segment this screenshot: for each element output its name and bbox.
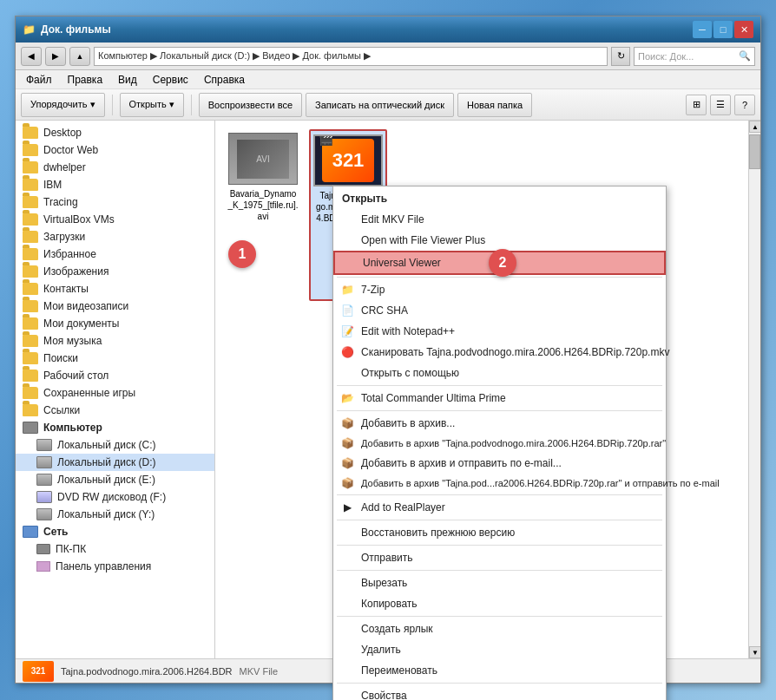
ctx-label-scan: Сканировать Tajna.podvodnogo.mira.2006.H… [361,346,669,358]
ctx-item-add-archive-named[interactable]: 📦 Добавить в архив "Tajna.podvodnogo.mir… [333,434,666,453]
ctx-item-crcsha[interactable]: 📄 CRC SHA [333,300,666,321]
sidebar-item-drive-f[interactable]: DVD RW дисковод (F:) [16,488,214,506]
sidebar-item-drive-y[interactable]: Локальный диск (Y:) [16,506,214,523]
sidebar-item-searches[interactable]: Поиски [16,350,214,367]
new-folder-button[interactable]: Новая папка [457,93,532,117]
ctx-item-open[interactable]: Открыть [333,188,666,209]
sidebar-item-drive-e[interactable]: Локальный диск (E:) [16,471,214,488]
ctx-item-scan[interactable]: 🔴 Сканировать Tajna.podvodnogo.mira.2006… [333,342,666,363]
ctx-item-add-archive-named-email[interactable]: 📦 Добавить в архив "Tajna.pod...ra2006.H… [333,474,666,493]
sidebar-item-downloads[interactable]: Загрузки [16,228,214,245]
menu-service[interactable]: Сервис [146,72,195,88]
ctx-label-universal-viewer: Universal Viewer [363,257,441,269]
scroll-thumb[interactable] [749,134,760,169]
computer-icon [36,544,50,554]
help-button[interactable]: ? [734,95,755,115]
sidebar-item-tracing[interactable]: Tracing [16,193,214,211]
sidebar-item-network[interactable]: Сеть [16,523,214,540]
ctx-item-open-fileviewer[interactable]: Open with File Viewer Plus [333,230,666,251]
toolbar-sep-1 [112,95,113,115]
view-toggle-button[interactable]: ⊞ [686,95,707,115]
menu-help[interactable]: Справка [197,72,252,88]
ctx-item-create-shortcut[interactable]: Создать ярлык [333,618,666,639]
maximize-button[interactable]: □ [714,21,733,38]
sidebar-item-dwhelper[interactable]: dwhelper [16,159,214,176]
file-item-bavaria[interactable]: AVI Bavaria_Dynamo_K_1975_[tfile.ru].avi [224,129,302,301]
new-folder-label: Новая папка [467,100,523,110]
sidebar-item-images[interactable]: Изображения [16,263,214,280]
sidebar-item-doctorweb[interactable]: Doctor Web [16,141,214,159]
address-input[interactable]: Компьютер ▶ Локальный диск (D:) ▶ Видео … [94,47,608,66]
menu-edit[interactable]: Правка [61,72,110,88]
sidebar-item-desktop[interactable]: Desktop [16,124,214,141]
ctx-item-7zip[interactable]: 📁 7-Zip [333,279,666,300]
back-button[interactable]: ◀ [21,47,42,66]
status-filename: Tajna.podvodnogo.mira.2006.H264.BDR [61,666,233,677]
ctx-icon-archive1: 📦 [340,416,354,430]
ctx-item-properties[interactable]: Свойства [333,685,666,700]
ctx-sep-1 [337,277,662,278]
close-button[interactable]: ✕ [734,21,753,38]
ctx-item-send[interactable]: Отправить [333,547,666,568]
sidebar-item-mydocs[interactable]: Мои документы [16,315,214,332]
refresh-button[interactable]: ↻ [611,47,630,66]
sidebar-item-mymusic[interactable]: Моя музыка [16,332,214,350]
ctx-item-copy[interactable]: Копировать [333,593,666,614]
status-filetype: MKV File [240,666,279,677]
up-button[interactable]: ▲ [69,47,90,66]
ctx-label-properties: Свойства [361,690,407,700]
sidebar-item-pc-pc[interactable]: ПК-ПК [16,540,214,558]
burn-button[interactable]: Записать на оптический диск [306,93,454,117]
sidebar-item-virtualbox[interactable]: VirtualBox VMs [16,211,214,228]
sidebar-item-savedgames[interactable]: Сохраненные игры [16,384,214,402]
forward-button[interactable]: ▶ [45,47,66,66]
sidebar-item-control-panel[interactable]: Панель управления [16,558,214,575]
sidebar-item-drive-d[interactable]: Локальный диск (D:) [16,454,214,471]
scroll-up-arrow[interactable]: ▲ [749,121,760,133]
sidebar-item-desktop2[interactable]: Рабочий стол [16,367,214,384]
mkv-321-icon: 321 [322,139,374,182]
open-button[interactable]: Открыть ▾ [120,93,184,117]
ctx-item-total-commander[interactable]: 📂 Total Commander Ultima Prime [333,388,666,409]
ctx-sep-5 [337,520,662,520]
ctx-item-restore[interactable]: Восстановить прежнюю версию [333,522,666,543]
menu-file[interactable]: Файл [19,72,59,88]
ctx-item-edit-notepad[interactable]: 📝 Edit with Notepad++ [333,321,666,342]
minimize-button[interactable]: ─ [693,21,712,38]
ctx-sep-6 [337,545,662,546]
ctx-item-realplayer[interactable]: ▶ Add to RealPlayer [333,497,666,518]
ctx-label-cut: Вырезать [361,577,407,589]
sidebar-item-myvideos[interactable]: Мои видеозаписи [16,298,214,315]
ctx-item-add-archive-email[interactable]: 📦 Добавить в архив и отправить по e-mail… [333,453,666,474]
ctx-label-add-archive-named-email: Добавить в архив "Tajna.pod...ra2006.H26… [361,478,720,488]
file-name-bavaria: Bavaria_Dynamo_K_1975_[tfile.ru].avi [227,188,299,222]
ctx-item-delete[interactable]: Удалить [333,639,666,660]
ctx-sep-4 [337,494,662,495]
scroll-down-arrow[interactable]: ▼ [749,646,760,658]
folder-icon [23,317,38,330]
explorer-window: 📁 Док. фильмы ─ □ ✕ ◀ ▶ ▲ Компьютер ▶ Ло… [15,16,761,684]
computer-icon [23,422,38,434]
sidebar-item-contacts[interactable]: Контакты [16,280,214,298]
ctx-item-rename[interactable]: Переименовать [333,660,666,681]
play-all-button[interactable]: Воспроизвести все [199,93,302,117]
sidebar-item-drive-c[interactable]: Локальный диск (C:) [16,436,214,454]
ctx-sep-3 [337,410,662,411]
ctx-item-open-with[interactable]: Открыть с помощью [333,363,666,383]
control-panel-icon [36,561,50,572]
ctx-item-edit-mkv[interactable]: Edit MKV File [333,209,666,230]
sidebar-item-links[interactable]: Ссылки [16,402,214,419]
file-thumb-bavaria: AVI [228,133,298,185]
ctx-item-cut[interactable]: Вырезать [333,572,666,593]
scrollbar-vertical[interactable]: ▲ ▼ [748,121,760,658]
ctx-item-add-archive[interactable]: 📦 Добавить в архив... [333,413,666,434]
sidebar-item-ibm[interactable]: IBM [16,176,214,193]
status-file-icon: 321 [23,661,54,682]
sidebar-item-computer[interactable]: Компьютер [16,419,214,436]
menu-view[interactable]: Вид [111,72,144,88]
view-list-button[interactable]: ☰ [710,95,731,115]
search-box[interactable]: Поиск: Док... 🔍 [634,47,755,66]
ctx-icon-7zip: 📁 [340,283,354,297]
sidebar-item-favorites[interactable]: Избранное [16,245,214,263]
organize-button[interactable]: Упорядочить ▾ [21,93,105,117]
